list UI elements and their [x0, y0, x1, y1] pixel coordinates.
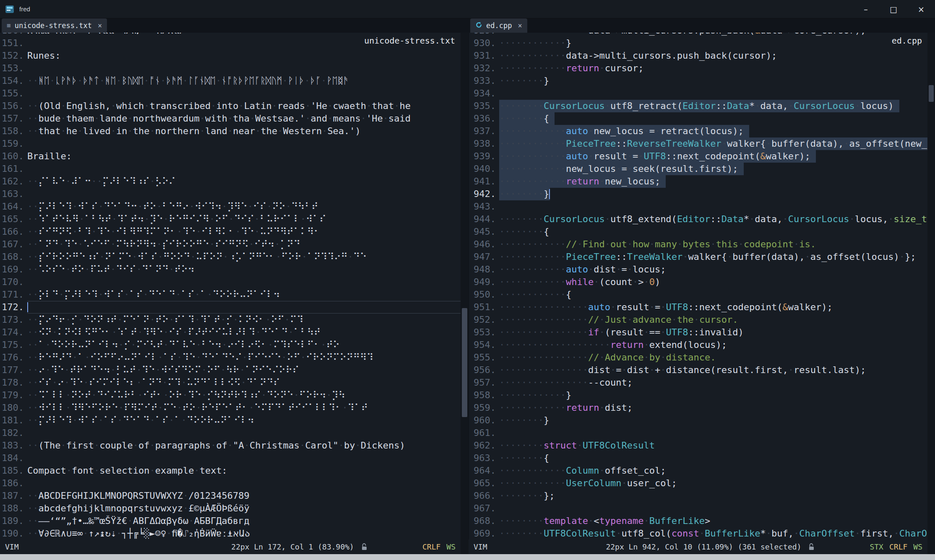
code-line[interactable]: 164.··⡍⠜⠇⠑⠹·⠺⠁⠎·⠙⠑⠁⠙⠒·⠞⠕·⠃⠑⠛⠔·⠺⠊⠹⠲·⡹⠻⠑·⠊…: [0, 200, 461, 213]
right-pane-scrollbar[interactable]: [927, 33, 935, 554]
code-line[interactable]: 944.········CursorLocus·utf8_extend(Edit…: [469, 213, 927, 226]
code-line[interactable]: 157.··bude·thaem·lande·northweardum·with…: [0, 112, 461, 125]
code-area[interactable]: 150.እግዜር·የከፈተውን·ጉሮሮ·ሳይዘጋው·አይድርም።151.152.…: [0, 33, 461, 539]
code-line[interactable]: 954.····················return·extend(lo…: [469, 339, 927, 351]
close-button[interactable]: ×: [907, 0, 935, 18]
code-line[interactable]: 178.··⠊⠎·⠔·⠹⠑·⠎⠊⠍⠊⠇⠑⠆·⠁⠝⠙·⠍⠹·⠥⠝⠙⠁⠇⠇⠪⠫·⠙⠁…: [0, 376, 461, 389]
status-flag-stx[interactable]: STX: [870, 542, 883, 551]
code-line[interactable]: 953.················if·(result·==·UTF8::…: [469, 326, 927, 339]
code-line[interactable]: 936.········{: [469, 112, 927, 125]
code-line[interactable]: 181.··⡍⠜⠇⠑⠹·⠺⠁⠎·⠁⠎·⠙⠑⠁⠙·⠁⠎·⠁·⠙⠕⠕⠗⠤⠝⠁⠊⠇⠲: [0, 414, 461, 427]
code-line[interactable]: 967.: [469, 502, 927, 515]
tab-close-icon[interactable]: ×: [98, 21, 102, 30]
status-flag-ws[interactable]: WS: [913, 542, 922, 551]
maximize-button[interactable]: □: [880, 0, 907, 18]
code-line[interactable]: 184.: [0, 452, 461, 464]
code-line[interactable]: 156.··(Old·English,·which·transcribed·in…: [0, 100, 461, 112]
code-line[interactable]: 949.············while·(count·>·0): [469, 276, 927, 288]
code-line[interactable]: 180.··⠺⠊⠇⠇·⠹⠻⠑⠋⠕⠗⠑·⠏⠻⠍⠊⠞·⠍⠑·⠞⠕·⠗⠑⠏⠑⠁⠞⠂·⠑…: [0, 402, 461, 414]
code-line[interactable]: 938.············PieceTree::ReverseTreeWa…: [469, 137, 927, 150]
code-line[interactable]: 930.············}: [469, 37, 927, 49]
code-line[interactable]: 929.················data->multi_cursors.…: [469, 33, 927, 37]
code-line[interactable]: 951.················auto·result·=·UTF8::…: [469, 301, 927, 314]
code-line[interactable]: 155.: [0, 87, 461, 100]
code-line[interactable]: 172.: [0, 301, 461, 314]
code-line[interactable]: 943.: [469, 200, 927, 213]
code-line[interactable]: 956.················dist·=·dist·+·distan…: [469, 364, 927, 376]
code-line[interactable]: 965.············UserColumn·user_col;: [469, 477, 927, 490]
code-line[interactable]: 935.········CursorLocus·utf8_retract(Edi…: [469, 100, 927, 112]
tab-unicode-stress-txt[interactable]: ≡ unicode-stress.txt ×: [2, 18, 107, 33]
code-line[interactable]: 163.: [0, 188, 461, 200]
code-line[interactable]: 952.················//·Just·advance·the·…: [469, 314, 927, 326]
code-line[interactable]: 959.············return·dist;: [469, 402, 927, 414]
code-line[interactable]: 167.··⠁⠝⠙·⠹⠑·⠡⠊⠑⠋·⠍⠳⠗⠝⠻⠲·⡎⠊⠗⠕⠕⠛⠑·⠎⠊⠛⠝⠫·⠊…: [0, 238, 461, 251]
code-line[interactable]: 960.········}: [469, 414, 927, 427]
code-line[interactable]: 190.··∀∂∈ℝ∧∪≡∞·↑↗↨↻⇣·┐┼╔╘░►☺♀·ﬁ�⑀₂ἠḂӥẄɐː…: [0, 527, 461, 539]
code-line[interactable]: 966.········};: [469, 490, 927, 502]
code-line[interactable]: 950.············{: [469, 288, 927, 301]
code-line[interactable]: 188.··abcdefghijklmnopqrstuvwxyz·£©µÀÆÖÞ…: [0, 502, 461, 515]
tab-ed-cpp[interactable]: ed.cpp ×: [470, 18, 527, 33]
code-line[interactable]: 174.··⠪⠝·⠅⠝⠪⠇⠫⠛⠑⠂·⠱⠁⠞·⠹⠻⠑·⠊⠎·⠏⠜⠞⠊⠊⠥⠇⠜⠇⠹·…: [0, 326, 461, 339]
code-line[interactable]: 969.········UTF8ColResult·utf8_col(const…: [469, 527, 927, 539]
code-line[interactable]: 170.: [0, 276, 461, 288]
code-line[interactable]: 175.··⠁·⠙⠕⠕⠗⠤⠝⠁⠊⠇⠲·⡊·⠍⠊⠣⠞·⠙⠁⠧⠑·⠃⠑⠲·⠔⠊⠇⠔⠫…: [0, 339, 461, 351]
code-line[interactable]: 158.··that·he·lived·in·the·northern·land…: [0, 125, 461, 137]
unlock-icon[interactable]: [808, 543, 815, 551]
code-line[interactable]: 963.········{: [469, 452, 927, 464]
right-editor-pane[interactable]: 929.················data->multi_cursors.…: [469, 33, 927, 539]
unlock-icon[interactable]: [361, 543, 368, 551]
code-line[interactable]: 179.··⠩⠁⠇⠇·⠝⠕⠞·⠙⠊⠌⠥⠗⠃·⠊⠞⠂·⠕⠗·⠹⠑·⡊⠳⠝⠞⠗⠹⠰⠎…: [0, 389, 461, 402]
minimize-button[interactable]: –: [852, 0, 880, 18]
code-line[interactable]: 947.············PieceTree::TreeWalker·wa…: [469, 251, 927, 263]
scrollbar-thumb[interactable]: [929, 85, 934, 102]
code-line[interactable]: 185.Compact·font·selection·example·text:: [0, 464, 461, 477]
code-line[interactable]: 946.············//·Find·out·how·many·byt…: [469, 238, 927, 251]
code-line[interactable]: 159.: [0, 137, 461, 150]
code-line[interactable]: 182.: [0, 427, 461, 439]
code-line[interactable]: 941.············return·new_locus;: [469, 175, 927, 188]
code-line[interactable]: 154.··ᚻᛖ·ᚳᚹᚫᚦ·ᚦᚫᛏ·ᚻᛖ·ᛒᚢᛞᛖ·ᚩᚾ·ᚦᚫᛗ·ᛚᚪᚾᛞᛖ·ᚾ…: [0, 75, 461, 87]
status-flag-crlf[interactable]: CRLF: [889, 542, 907, 551]
code-line[interactable]: 962.········struct·UTF8ColResult: [469, 439, 927, 452]
code-line[interactable]: 948.············auto·dist·=·locus;: [469, 263, 927, 276]
scrollbar-thumb[interactable]: [462, 308, 467, 417]
code-line[interactable]: 162.··⡌⠁⠧⠑·⠼⠁⠒··⡍⠜⠇⠑⠹⠰⠎·⡣⠕⠌: [0, 175, 461, 188]
code-line[interactable]: 937.············auto·new_locus·=·retract…: [469, 125, 927, 137]
code-line[interactable]: 932.············return·cursor;: [469, 62, 927, 75]
left-pane-scrollbar[interactable]: [461, 33, 469, 554]
code-line[interactable]: 964.············Column·offset_col;: [469, 464, 927, 477]
status-flag-ws[interactable]: WS: [446, 542, 456, 551]
code-line[interactable]: 153.: [0, 62, 461, 75]
code-line[interactable]: 160.Braille:: [0, 150, 461, 163]
code-line[interactable]: 933.········}: [469, 75, 927, 87]
code-line[interactable]: 945.········{: [469, 226, 927, 238]
code-line[interactable]: 957.················--count;: [469, 376, 927, 389]
code-line[interactable]: 152.Runes:: [0, 49, 461, 62]
code-line[interactable]: 942.········}: [469, 188, 927, 200]
code-line[interactable]: 171.··⡕⠇⠙·⡍⠜⠇⠑⠹·⠺⠁⠎·⠁⠎·⠙⠑⠁⠙·⠁⠎·⠁·⠙⠕⠕⠗⠤⠝⠁…: [0, 288, 461, 301]
code-line[interactable]: 187.··ABCDEFGHIJKLMNOPQRSTUVWXYZ·/012345…: [0, 490, 461, 502]
code-line[interactable]: 961.: [469, 427, 927, 439]
left-editor-pane[interactable]: 150.እግዜር·የከፈተውን·ጉሮሮ·ሳይዘጋው·አይድርም።151.152.…: [0, 33, 461, 539]
tab-close-icon[interactable]: ×: [518, 21, 522, 30]
code-line[interactable]: 189.··–—‘“”„†•…‰™œŠŸž€·ΑΒΓΔΩαβγδω·АБВГДа…: [0, 515, 461, 527]
code-line[interactable]: 176.··⠗⠑⠛⠜⠙·⠁·⠊⠕⠋⠋⠔⠤⠝⠁⠊⠇·⠁⠎·⠹⠑·⠙⠑⠁⠙⠑⠌·⠏⠊…: [0, 351, 461, 364]
code-area[interactable]: 929.················data->multi_cursors.…: [469, 33, 927, 539]
status-flag-crlf[interactable]: CRLF: [422, 542, 440, 551]
code-line[interactable]: 958.············}: [469, 389, 927, 402]
code-line[interactable]: 955.················//·Advance·by·distan…: [469, 351, 927, 364]
code-line[interactable]: 169.··⠡⠕⠎⠑·⠞⠕·⠏⠥⠞·⠙⠊⠎·⠙⠁⠝⠙·⠞⠕⠲: [0, 263, 461, 276]
code-line[interactable]: 931.············data->multi_cursors.push…: [469, 49, 927, 62]
code-line[interactable]: 186.: [0, 477, 461, 490]
code-line[interactable]: 183.··(The·first·couple·of·paragraphs·of…: [0, 439, 461, 452]
code-line[interactable]: 939.············auto·result·=·UTF8::next…: [469, 150, 927, 163]
code-line[interactable]: 934.: [469, 87, 927, 100]
code-line[interactable]: 177.··⠔·⠹⠑·⠞⠗⠁⠙⠑⠲·⡃⠥⠞·⠹⠑·⠺⠊⠎⠙⠕⠍·⠕⠋·⠳⠗·⠁⠝…: [0, 364, 461, 376]
code-line[interactable]: 166.··⠎⠊⠛⠝⠫·⠃⠹·⠹⠑·⠊⠇⠻⠛⠹⠍⠁⠝⠂·⠹⠑·⠊⠇⠻⠅⠂·⠹⠑·…: [0, 226, 461, 238]
code-line[interactable]: 173.··⡍⠔⠙⠖·⡊·⠙⠕⠝⠰⠞·⠍⠑⠁⠝·⠞⠕·⠎⠁⠹·⠹⠁⠞·⡊·⠅⠝⠪…: [0, 314, 461, 326]
code-line[interactable]: 168.··⡎⠊⠗⠕⠕⠛⠑⠰⠎·⠝⠁⠍⠑·⠺⠁⠎·⠛⠕⠕⠙·⠥⠏⠕⠝·⠰⡡⠁⠝⠛…: [0, 251, 461, 263]
code-line[interactable]: 968.········template·<typename·BufferLik…: [469, 515, 927, 527]
code-line[interactable]: 161.: [0, 163, 461, 175]
